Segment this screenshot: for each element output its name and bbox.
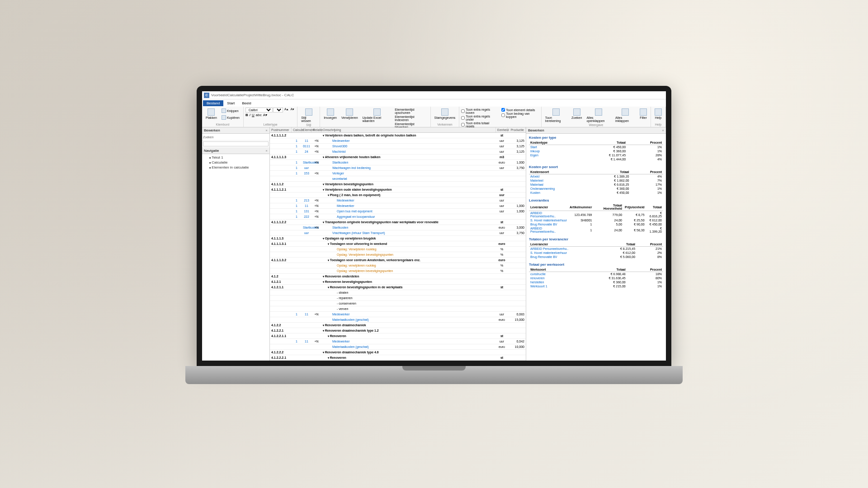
table-row[interactable]: Brug Renovatie BV€ 5.060,008% — [529, 255, 663, 259]
zoeken-button[interactable]: Zoeken — [570, 108, 584, 120]
table-row[interactable]: Eigen€ 11.077,4528% — [529, 153, 663, 157]
table-row[interactable]: 4.1.2.1.1Renoveren bevestigingspunten in… — [270, 285, 526, 290]
table-row[interactable]: Kosten€ 450,001% — [529, 191, 663, 195]
nav-item-tekst[interactable]: Tekst 1 — [204, 155, 268, 160]
table-row[interactable]: 4.1.2.2.1.1Renoverenst — [270, 333, 526, 339]
update-excel-button[interactable]: Update Excel waarden — [361, 108, 394, 123]
font-color-button[interactable]: A▾ — [263, 113, 267, 117]
table-row[interactable]: 4.1.1.1.1.2Verwijderen dwars balken, bet… — [270, 133, 526, 138]
check-extra-totaal[interactable]: Toon extra totaal regels — [461, 122, 498, 128]
table-row[interactable]: 10111+NShovel300uur3,125 — [270, 144, 526, 149]
table-row[interactable]: 1213+NMedewerkeruur — [270, 198, 526, 203]
table-row[interactable]: Start€ 450,001% — [529, 145, 663, 150]
table-row[interactable]: Onderaanneming€ 360,001% — [529, 187, 663, 191]
table-row[interactable]: Materiaalkosten (geschat)euro15,000 — [270, 317, 526, 323]
table-row[interactable]: 111+NMedewerkeruur3,125 — [270, 138, 526, 144]
table-row[interactable]: ARBEID Personeelsverhu..124,00€ 58,30€ 1… — [529, 226, 663, 234]
grid-body[interactable]: 4.1.1.1.1.2Verwijderen dwars balken, bet… — [270, 133, 526, 361]
table-row[interactable]: 111+NMedewerkeruur0,083 — [270, 312, 526, 317]
font-size-select[interactable]: 14 — [273, 108, 283, 113]
table-row[interactable]: - repareren — [270, 296, 526, 301]
table-row[interactable]: 4.1.1.1.2.1Verwijderen oude stalen beves… — [270, 187, 526, 192]
table-row[interactable]: ARBEID Personeelsverhu..123.456.789779,0… — [529, 211, 663, 219]
tab-bestand[interactable]: Bestand — [203, 100, 223, 106]
table-row[interactable]: herstellen€ 360,001% — [529, 280, 663, 284]
table-row[interactable]: Startkosten+NStartkosteneuro3,000 — [270, 225, 526, 230]
table-row[interactable]: S. Hovel materieelverhuurSH800124,00€ 25… — [529, 218, 663, 222]
font-shrink-icon[interactable]: A▾ — [290, 108, 296, 113]
nav-item-calculatie[interactable]: Calculatie — [204, 160, 268, 165]
table-row[interactable]: 4.1.1.1.2Verwijderen bevestigingspunten — [270, 182, 526, 187]
delete-button[interactable]: Verwijderen — [340, 108, 360, 120]
table-row[interactable]: secretariat — [270, 176, 526, 182]
table-row[interactable]: 4.1.2.2.2Renoveren draaimechaniek type 4… — [270, 350, 526, 355]
table-row[interactable]: 1uurWachtwagen incl bedieninguur3,750 — [270, 165, 526, 171]
col-element[interactable]: Element — [302, 127, 311, 132]
col-omschrijving[interactable]: Omschrijving — [321, 127, 496, 132]
check-extra-boven[interactable]: Toon extra regels boven — [461, 108, 498, 114]
help-button[interactable]: Help — [653, 108, 664, 120]
table-row[interactable]: 4.1.2.2.2.1Renoverenst — [270, 355, 526, 361]
check-element-details[interactable]: Toon element details — [501, 108, 539, 112]
nav-item-elementen[interactable]: Elementen in calculatie — [204, 165, 268, 170]
table-row[interactable]: 1Startkosten+NStartkosteneuro1,000 — [270, 160, 526, 165]
italic-button[interactable]: I — [250, 113, 250, 117]
col-eenheid[interactable]: Eenheid — [496, 127, 508, 132]
table-row[interactable]: 1153+NVerleger — [270, 171, 526, 176]
table-row[interactable]: Arbeid€ 1.389,204% — [529, 174, 663, 179]
tab-beeld[interactable]: Beeld — [238, 100, 255, 106]
filter-button[interactable]: Filter — [638, 108, 649, 120]
table-row[interactable]: 4.1.1.1.3.2Toeslagen voor centrum Amster… — [270, 258, 526, 263]
check-bedrag-koppen[interactable]: Toon bedrag van koppen — [501, 112, 539, 118]
table-row[interactable]: 4.1.2.1Renoveren bevestigingspunten — [270, 279, 526, 285]
expand-all-button[interactable]: Alles openklappen — [585, 108, 613, 123]
table-row[interactable]: Materieel€ 1.862,007% — [529, 178, 663, 183]
table-row[interactable]: Opslag: verwijderen rookleg% — [270, 263, 526, 268]
table-row[interactable]: 124+NMachinistuur3,125 — [270, 149, 526, 155]
elementlist-clean[interactable]: Elementenlijst opschonen — [395, 108, 428, 114]
table-row[interactable]: - conserveren — [270, 301, 526, 306]
close-icon[interactable]: × — [662, 128, 664, 132]
toon-berekening-button[interactable]: Toon berekening — [543, 108, 569, 123]
check-extra-onder[interactable]: Toon extra regels onder — [461, 115, 498, 121]
paste-button[interactable]: Plakken — [204, 108, 219, 120]
insert-button[interactable]: Invoegen — [322, 108, 339, 120]
elementlist-index[interactable]: Elementenlijst indexeren — [395, 115, 428, 122]
table-row[interactable]: uurVrachtwagen (inhuur Stam Transport)uu… — [270, 230, 526, 236]
table-row[interactable]: 4.1.1.1.3Opslagen op verwijderen brugdek — [270, 236, 526, 241]
stamgegevens-button[interactable]: Stamgegevens — [433, 108, 458, 120]
col-relatie[interactable]: Relatie — [311, 127, 321, 132]
table-row[interactable]: 1222+NAggregaat en looopanstuur — [270, 214, 526, 220]
table-row[interactable]: - stralen — [270, 290, 526, 296]
table-row[interactable]: 4.1.1.1.1.3Afvoeren vrijkomende houten b… — [270, 155, 526, 160]
table-row[interactable]: 4.1.1.1.3.1Toeslagen voor uitvoering in … — [270, 241, 526, 247]
table-row[interactable]: ARBEID Personeelsverhu..€ 8.215,4521% — [529, 247, 663, 251]
table-row[interactable]: Materiaal€ 6.816,2517% — [529, 183, 663, 187]
close-icon[interactable]: × — [265, 149, 268, 153]
table-row[interactable]: Ploeg ( 2 man, bus en equipment)uur — [270, 192, 526, 198]
table-row[interactable]: - verven — [270, 306, 526, 312]
table-row[interactable]: Materiaalkosten (geschat)euro10,000 — [270, 344, 526, 350]
collapse-all-button[interactable]: Alles inklappen — [613, 108, 637, 123]
table-row[interactable]: € 1.444,004% — [529, 157, 663, 161]
search-input[interactable] — [203, 141, 269, 146]
strike-button[interactable]: abc — [256, 113, 262, 117]
table-row[interactable]: Brug Renovatie BV15,00€ 90,00€ 450,00 — [529, 222, 663, 226]
col-productie[interactable]: Productie — [508, 127, 526, 132]
table-row[interactable]: Opslag: Verwijderen rookleg% — [270, 247, 526, 252]
table-row[interactable]: 4.1.1.1.2.2Transporteren originele beves… — [270, 220, 526, 225]
font-family-select[interactable]: Calibri — [245, 108, 273, 113]
bold-button[interactable]: B — [245, 113, 248, 117]
table-row[interactable]: renoveren€ 31.636,4580% — [529, 276, 663, 280]
table-row[interactable]: Werksoort 1€ 215,001% — [529, 284, 663, 288]
table-row[interactable]: 111+NMedewerkeruur0,042 — [270, 339, 526, 344]
table-row[interactable]: 111+NMedewerkeruur1,000 — [270, 203, 526, 209]
font-grow-icon[interactable]: A▴ — [283, 108, 289, 113]
table-row[interactable]: 4.1.2.2Renoveren draaimechaniek — [270, 323, 526, 328]
table-row[interactable]: Opslag: verwijderen bevestigingspunten% — [270, 268, 526, 274]
style-clear-button[interactable]: Stijl wissen — [299, 108, 318, 123]
table-row[interactable]: Inkoop€ 360,001% — [529, 149, 663, 153]
close-icon[interactable]: × — [265, 128, 268, 132]
col-calcule[interactable]: Calcule — [292, 127, 302, 132]
underline-button[interactable]: U — [252, 113, 255, 117]
